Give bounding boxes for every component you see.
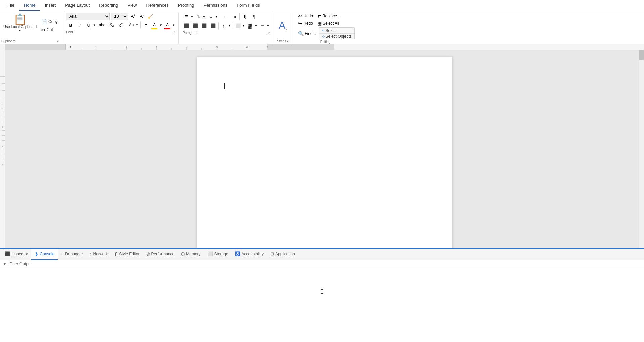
align-left-text-button[interactable]: ≡: [142, 21, 150, 29]
svg-text:-: -: [0, 103, 3, 104]
filter-icon: ▼: [3, 262, 7, 266]
devtools-tab-style-editor[interactable]: {} Style Editor: [111, 249, 143, 260]
justify-button[interactable]: ⬛: [209, 22, 217, 30]
tab-insert[interactable]: Insert: [40, 0, 61, 11]
align-right-button[interactable]: ⬛: [200, 22, 208, 30]
ruler-corner: [0, 44, 5, 50]
line-spacing-button[interactable]: ↕: [220, 22, 227, 30]
clear-formatting-button[interactable]: 🧹: [147, 13, 154, 20]
line-spacing-dropdown[interactable]: ▼: [227, 22, 231, 30]
tab-home[interactable]: Home: [19, 0, 40, 11]
devtools-tab-accessibility[interactable]: ♿ Accessibility: [232, 249, 267, 260]
multilevel-dropdown[interactable]: ▼: [214, 13, 218, 21]
font-color-dropdown[interactable]: ▼: [172, 21, 176, 29]
vertical-ruler: - 1 2 3 4: [0, 50, 5, 248]
select-all-label: Select All: [323, 21, 339, 26]
tab-page-layout[interactable]: Page Layout: [60, 0, 94, 11]
copy-button[interactable]: 📄 Copy: [40, 18, 59, 25]
bullets-dropdown[interactable]: ▼: [190, 13, 194, 21]
paragraph-group-footer: Paragraph ↗: [183, 31, 270, 35]
tab-view[interactable]: View: [123, 0, 142, 11]
inspector-label: Inspector: [11, 252, 28, 256]
cut-icon: ✂: [41, 27, 45, 33]
cut-button[interactable]: ✂ Cut: [40, 26, 59, 33]
font-family-select[interactable]: Arial: [66, 13, 110, 20]
highlight-color-button[interactable]: A: [151, 21, 158, 28]
styles-icon: Aa: [279, 20, 287, 32]
redo-button[interactable]: ↪ Redo: [296, 20, 315, 27]
decrease-indent-button[interactable]: ⇤: [221, 13, 229, 21]
paragraph-expand-icon[interactable]: ↗: [267, 31, 270, 35]
tab-reporting[interactable]: Reporting: [94, 0, 123, 11]
superscript-button[interactable]: X2: [117, 21, 125, 29]
devtools-tab-debugger[interactable]: ○ Debugger: [58, 249, 86, 260]
para-separator4: [233, 22, 233, 29]
align-center-button[interactable]: ⬛: [191, 22, 199, 30]
italic-button[interactable]: I: [76, 21, 84, 29]
font-shrink-button[interactable]: A-: [138, 13, 145, 20]
vertical-scrollbar[interactable]: [639, 50, 644, 248]
subscript-button[interactable]: X2: [108, 21, 116, 29]
show-hide-button[interactable]: ¶: [250, 13, 258, 21]
font-color-button[interactable]: A: [164, 21, 171, 28]
multilevel-list-button[interactable]: ≡: [207, 13, 214, 21]
clipboard-expand-icon[interactable]: ↗: [56, 40, 59, 43]
increase-indent-button[interactable]: ⇥: [230, 13, 238, 21]
borders-button[interactable]: ⬜: [234, 22, 242, 30]
select-all-button[interactable]: ▦ Select All: [316, 20, 341, 27]
change-case-dropdown[interactable]: ▼: [135, 21, 139, 29]
devtools-tab-storage[interactable]: ⬜ Storage: [204, 249, 232, 260]
align-left-button[interactable]: ⬛: [183, 22, 191, 30]
select-objects-button[interactable]: ⊹ Select Objects: [319, 34, 354, 39]
style-editor-label: Style Editor: [119, 252, 139, 256]
font-grow-button[interactable]: A+: [129, 13, 137, 20]
underline-button[interactable]: U: [85, 21, 92, 29]
bold-button[interactable]: B: [66, 21, 75, 29]
numbering-button[interactable]: ⒈: [195, 13, 202, 21]
highlight-dropdown[interactable]: ▼: [159, 21, 163, 29]
storage-icon: ⬜: [208, 251, 213, 256]
replace-button[interactable]: ⇄ Replace...: [316, 13, 342, 19]
tab-references[interactable]: References: [142, 0, 173, 11]
paste-label: Use Local Clipboard: [3, 25, 37, 29]
devtools-tab-performance[interactable]: ◎ Performance: [143, 249, 178, 260]
highlight-color-bar: [151, 28, 157, 29]
shading-button[interactable]: ▓: [246, 22, 254, 30]
styles-button[interactable]: Aa: [277, 13, 289, 39]
bullets-button[interactable]: ☰: [183, 13, 190, 21]
border-style-button[interactable]: ━: [259, 22, 266, 30]
sort-button[interactable]: ⇅: [241, 13, 249, 21]
svg-text:7: 7: [266, 46, 268, 49]
underline-dropdown[interactable]: ▼: [92, 21, 96, 29]
devtools-tab-memory[interactable]: ⬡ Memory: [178, 249, 204, 260]
filter-input[interactable]: [9, 262, 641, 266]
page-content[interactable]: [197, 57, 452, 248]
border-style-dropdown[interactable]: ▼: [266, 22, 270, 30]
styles-expand-icon[interactable]: ▼: [286, 40, 289, 43]
console-label: Console: [40, 252, 54, 256]
devtools-tab-network[interactable]: ↕ Network: [86, 249, 111, 260]
document-scroll[interactable]: [5, 50, 644, 248]
scrollbar-thumb[interactable]: [639, 50, 644, 60]
devtools-tab-console[interactable]: ❯ Console: [31, 249, 58, 260]
font-group: Arial 10 A+ A- 🧹 B I U ▼: [63, 13, 179, 44]
select-button[interactable]: ↖ Select: [319, 28, 354, 34]
tab-file[interactable]: File: [3, 0, 19, 11]
font-expand-icon[interactable]: ↗: [173, 31, 176, 34]
undo-button[interactable]: ↩ Undo: [296, 13, 315, 19]
tab-form-fields[interactable]: Form Fields: [232, 0, 265, 11]
shading-dropdown[interactable]: ▼: [254, 22, 258, 30]
tab-permissions[interactable]: Permissions: [199, 0, 232, 11]
strikethrough-button[interactable]: abc: [97, 21, 107, 29]
find-button[interactable]: 🔍 Find...: [296, 30, 318, 37]
borders-dropdown[interactable]: ▼: [242, 22, 246, 30]
paste-button[interactable]: 📋 Use Local Clipboard ▼: [1, 13, 39, 39]
tab-proofing[interactable]: Proofing: [173, 0, 199, 11]
paragraph-group: ☰ ▼ ⒈ ▼ ≡ ▼ ⇤ ⇥ ⇅ ¶: [180, 13, 273, 44]
font-size-select[interactable]: 10: [111, 13, 128, 20]
change-case-button[interactable]: Aa: [128, 21, 135, 29]
devtools-tab-inspector[interactable]: ⬛ Inspector: [1, 249, 31, 260]
numbering-dropdown[interactable]: ▼: [202, 13, 206, 21]
devtools-tab-application[interactable]: ⊞ Application: [267, 249, 298, 260]
font-separator1: [126, 22, 126, 28]
